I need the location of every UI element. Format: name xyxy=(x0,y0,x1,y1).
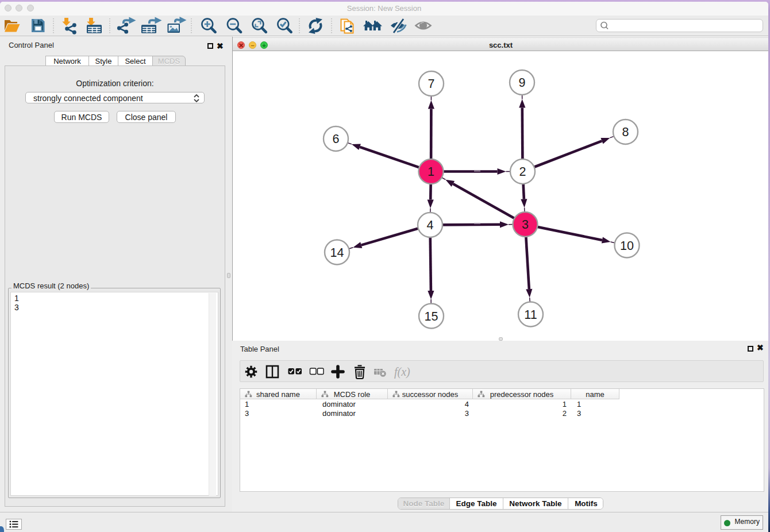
svg-text:1: 1 xyxy=(428,165,434,179)
svg-text:7: 7 xyxy=(428,77,435,91)
svg-text:15: 15 xyxy=(425,310,438,323)
svg-text:2: 2 xyxy=(519,165,526,179)
svg-text:11: 11 xyxy=(524,308,537,322)
svg-text:9: 9 xyxy=(519,76,526,90)
svg-text:14: 14 xyxy=(330,246,344,260)
svg-text:4: 4 xyxy=(427,218,434,232)
svg-text:6: 6 xyxy=(333,132,340,146)
svg-text:f(x): f(x) xyxy=(394,365,410,379)
svg-text:10: 10 xyxy=(620,239,634,253)
svg-text:3: 3 xyxy=(522,218,529,232)
svg-text:8: 8 xyxy=(622,125,629,139)
